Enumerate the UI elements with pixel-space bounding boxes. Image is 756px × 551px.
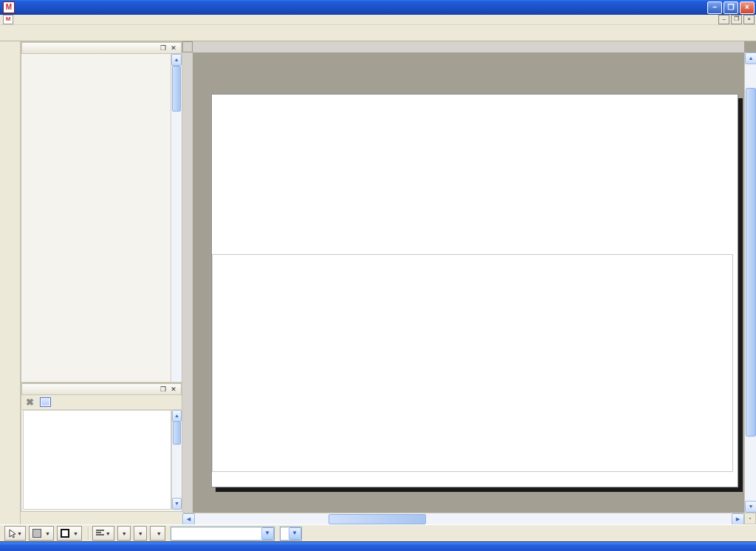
pages-scrollbar[interactable]: ▲ — [171, 54, 182, 382]
font-color-button[interactable]: ▼ — [150, 526, 165, 541]
tables-panel-header: ❐ ✕ — [21, 383, 182, 395]
font-family-combo[interactable]: ▼ — [171, 527, 275, 541]
vertical-ruler — [182, 52, 193, 513]
ruler-unit-box[interactable] — [182, 41, 193, 52]
tables-tab-bar — [21, 512, 182, 524]
molecule-2d-structure[interactable] — [213, 106, 372, 239]
close-panel-icon[interactable]: ✕ — [169, 386, 178, 394]
close-panel-icon[interactable]: ✕ — [169, 44, 178, 52]
tables-scroll-thumb[interactable] — [173, 421, 181, 445]
scroll-left-icon[interactable]: ◀ — [182, 513, 195, 525]
scrollbar-corner: ▪ — [744, 513, 756, 524]
menu-bar: M – ❐ × — [0, 15, 756, 25]
line-color-button[interactable]: ▼ — [57, 526, 82, 541]
document-icon: M — [3, 15, 13, 24]
mdi-restore-button[interactable]: ❐ — [731, 15, 742, 24]
canvas-vscroll-thumb[interactable] — [746, 88, 756, 437]
mdi-minimize-button[interactable]: – — [718, 15, 729, 24]
format-toolbar: ▼ ▼ ▼ ▼ ▼ ▼ ▼ ▼ ▼ — [0, 524, 756, 541]
wysiwyg-page[interactable] — [211, 94, 738, 487]
canvas-hscroll-thumb[interactable] — [329, 514, 426, 524]
cursor-icon — [8, 529, 16, 538]
main-toolbar — [0, 25, 756, 41]
cursor-tool-button[interactable]: ▼ — [4, 526, 26, 541]
fill-color-button[interactable]: ▼ — [29, 526, 54, 541]
minimize-button[interactable]: – — [707, 1, 722, 14]
nmr-spectrum[interactable] — [221, 253, 738, 470]
subscript-button[interactable]: ▼ — [134, 526, 147, 541]
integrals-table — [23, 410, 171, 510]
restore-button[interactable]: ❐ — [724, 1, 738, 14]
scroll-up-icon[interactable]: ▲ — [172, 410, 182, 422]
line-color-swatch — [61, 529, 69, 538]
close-button[interactable]: × — [740, 1, 755, 14]
canvas-body[interactable] — [193, 52, 744, 513]
windows-taskbar-edge[interactable] — [0, 541, 756, 551]
tables-toolbar: ✖ — [21, 395, 182, 410]
font-size-combo[interactable]: ▼ — [280, 527, 302, 541]
bold-button[interactable]: ▼ — [117, 526, 131, 541]
canvas-vertical-scrollbar[interactable]: ▲ ▼ — [744, 52, 756, 513]
tables-scrollbar[interactable]: ▲ ▼ — [171, 410, 182, 510]
table-setup-icon[interactable] — [40, 397, 51, 407]
align-button[interactable]: ▼ — [92, 526, 114, 541]
scroll-down-icon[interactable]: ▼ — [172, 498, 182, 510]
scroll-up-icon[interactable]: ▲ — [171, 54, 182, 66]
horizontal-ruler — [193, 41, 744, 53]
pages-panel: ❐ ✕ ▲ — [21, 41, 182, 383]
title-bar: M – ❐ × — [0, 0, 756, 15]
pages-thumbnail-list — [21, 54, 171, 382]
tables-panel: ❐ ✕ ✖ ▲ ▼ — [21, 383, 182, 512]
delete-table-icon[interactable]: ✖ — [26, 397, 34, 408]
pages-side-toolbar — [0, 41, 21, 524]
app-logo-icon: M — [3, 1, 15, 13]
canvas-horizontal-scrollbar[interactable]: ◀ ▶ — [182, 513, 744, 525]
fill-color-swatch — [32, 529, 41, 538]
scroll-down-icon[interactable]: ▼ — [745, 501, 756, 513]
float-panel-icon[interactable]: ❐ — [159, 386, 168, 394]
document-canvas: ▲ ▼ ◀ ▶ ▪ — [182, 41, 756, 524]
float-panel-icon[interactable]: ❐ — [159, 44, 168, 52]
mdi-close-button[interactable]: × — [743, 15, 755, 24]
scroll-up-icon[interactable]: ▲ — [745, 52, 756, 64]
pages-scroll-thumb[interactable] — [172, 66, 181, 112]
scroll-right-icon[interactable]: ▶ — [732, 513, 744, 525]
align-left-icon — [96, 530, 105, 537]
pages-panel-header: ❐ ✕ — [21, 42, 182, 54]
